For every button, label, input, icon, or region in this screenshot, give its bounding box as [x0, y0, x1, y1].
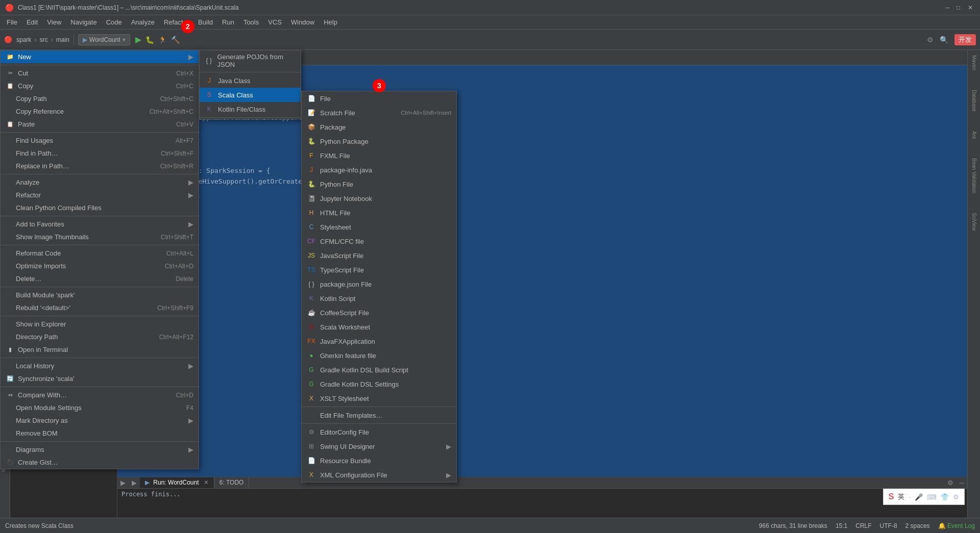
- ft-json[interactable]: { } package.json File: [302, 277, 456, 291]
- cursor-position[interactable]: 15:1: [836, 522, 847, 529]
- menu-analyze[interactable]: Analyze: [127, 16, 159, 28]
- ft-js[interactable]: JS JavaScript File: [302, 248, 456, 263]
- run-tab-close[interactable]: ✕: [204, 479, 209, 486]
- ft-scratch[interactable]: 📝 Scratch File Ctrl+Alt+Shift+Insert: [302, 106, 456, 120]
- menu-edit[interactable]: Edit: [22, 16, 42, 28]
- ft-kotlin-script[interactable]: K Kotlin Script: [302, 291, 456, 306]
- context-menu-local-history[interactable]: Local History ▶: [1, 360, 199, 372]
- close-button[interactable]: ✕: [968, 4, 975, 11]
- ft-css[interactable]: C Stylesheet: [302, 220, 456, 234]
- context-menu-analyze[interactable]: Analyze ▶: [1, 176, 199, 189]
- context-menu-mark-dir[interactable]: Mark Directory as ▶: [1, 414, 199, 427]
- ft-coffee[interactable]: ☕ CoffeeScript File: [302, 306, 456, 320]
- build-button[interactable]: 🔨: [171, 36, 180, 44]
- context-menu-open-terminal[interactable]: ▮ Open in Terminal: [1, 343, 199, 356]
- ft-file[interactable]: 📄 File: [302, 91, 456, 106]
- menu-code[interactable]: Code: [102, 16, 126, 28]
- context-menu-add-favorites[interactable]: Add to Favorites ▶: [1, 218, 199, 231]
- sidebar-database[interactable]: Database: [970, 87, 978, 114]
- sidebar-ant[interactable]: Ant: [970, 129, 978, 141]
- search-everywhere-button[interactable]: 🔍: [940, 36, 948, 44]
- context-menu-rebuild[interactable]: Rebuild '<default>' Ctrl+Shift+F9: [1, 301, 199, 314]
- context-menu-build-module[interactable]: Build Module 'spark': [1, 289, 199, 301]
- ft-xslt[interactable]: X XSLT Stylesheet: [302, 391, 456, 405]
- ft-gherkin[interactable]: ● Gherkin feature file: [302, 348, 456, 363]
- menu-help[interactable]: Help: [320, 16, 341, 28]
- settings-button[interactable]: ⚙: [927, 36, 934, 44]
- run-with-coverage-button[interactable]: 🏃: [158, 36, 167, 44]
- run-minimize-icon[interactable]: ─: [957, 477, 967, 488]
- menu-run[interactable]: Run: [218, 16, 238, 28]
- new-sub-scala-class[interactable]: S Scala Class: [200, 88, 301, 102]
- run-config-selector[interactable]: ▶ WordCount ▾: [78, 34, 130, 45]
- sidebar-bean-validation[interactable]: Bean Validation: [970, 156, 978, 196]
- ft-cfml[interactable]: CF CFML/CFC file: [302, 234, 456, 248]
- ft-fxml[interactable]: F FXML File: [302, 148, 456, 163]
- context-menu-find-in-path[interactable]: Find in Path… Ctrl+Shift+F: [1, 147, 199, 160]
- debug-button[interactable]: 🐛: [145, 36, 154, 44]
- context-menu-dir-path[interactable]: Directory Path Ctrl+Alt+F12: [1, 331, 199, 343]
- run-tab-wordcount[interactable]: ▶ Run: WordCount ✕: [140, 477, 214, 488]
- ft-jupyter[interactable]: 📓 Jupyter Notebook: [302, 191, 456, 206]
- ft-package-info[interactable]: J package-info.java: [302, 163, 456, 177]
- context-menu-diagrams[interactable]: Diagrams ▶: [1, 443, 199, 456]
- context-menu-copy-path[interactable]: Copy Path Ctrl+Shift+C: [1, 92, 199, 105]
- ft-javafx[interactable]: FX JavaFXApplication: [302, 334, 456, 348]
- menu-window[interactable]: Window: [287, 16, 318, 28]
- context-menu-optimize-imports[interactable]: Optimize Imports Ctrl+Alt+O: [1, 260, 199, 272]
- menu-view[interactable]: View: [43, 16, 65, 28]
- menu-tools[interactable]: Tools: [239, 16, 263, 28]
- kaifa-button[interactable]: 开发: [954, 34, 976, 45]
- context-menu-show-thumbs[interactable]: Show Image Thumbnails Ctrl+Shift+T: [1, 231, 199, 243]
- menu-file[interactable]: File: [3, 16, 21, 28]
- ft-swing[interactable]: ⊞ Swing UI Designer ▶: [302, 439, 456, 453]
- ime-mic-icon[interactable]: 🎤: [915, 493, 923, 501]
- run-button[interactable]: ▶: [135, 35, 141, 44]
- context-menu-copy-ref[interactable]: Copy Reference Ctrl+Alt+Shift+C: [1, 105, 199, 118]
- menu-build[interactable]: Build: [194, 16, 217, 28]
- sidebar-sciview[interactable]: SciView: [970, 210, 978, 233]
- ft-gradle-settings[interactable]: G Gradle Kotlin DSL Settings: [302, 377, 456, 391]
- encoding[interactable]: UTF-8: [880, 522, 897, 529]
- run-panel-arrow-right[interactable]: ▶: [129, 477, 140, 488]
- context-menu-replace-in-path[interactable]: Replace in Path… Ctrl+Shift+R: [1, 160, 199, 172]
- maximize-button[interactable]: □: [957, 4, 964, 11]
- context-menu-reformat[interactable]: Reformat Code Ctrl+Alt+L: [1, 247, 199, 260]
- context-menu-sync[interactable]: 🔄 Synchronize 'scala': [1, 372, 199, 385]
- context-menu-copy[interactable]: 📋 Copy Ctrl+C: [1, 80, 199, 92]
- run-tab-todo[interactable]: 6: TODO: [214, 477, 250, 488]
- ft-ts[interactable]: TS TypeScript File: [302, 263, 456, 277]
- context-menu-create-gist[interactable]: ⚫ Create Gist…: [1, 456, 199, 469]
- event-log-button[interactable]: 🔔 Event Log: [938, 522, 975, 529]
- context-menu-show-explorer[interactable]: Show in Explorer: [1, 318, 199, 331]
- new-sub-kotlin-class[interactable]: K Kotlin File/Class: [200, 102, 301, 116]
- menu-navigate[interactable]: Navigate: [66, 16, 101, 28]
- ft-python-package[interactable]: 🐍 Python Package: [302, 134, 456, 148]
- ft-edit-templates[interactable]: Edit File Templates…: [302, 408, 456, 422]
- run-settings-icon[interactable]: ⚙: [944, 477, 957, 488]
- new-sub-generate-pojos[interactable]: { } Generate POJOs from JSON: [200, 50, 301, 71]
- context-menu-find-usages[interactable]: Find Usages Alt+F7: [1, 134, 199, 147]
- ft-gradle-build[interactable]: G Gradle Kotlin DSL Build Script: [302, 363, 456, 377]
- ft-html[interactable]: H HTML File: [302, 206, 456, 220]
- ime-shirt-icon[interactable]: 👕: [941, 493, 949, 501]
- ime-settings-icon[interactable]: ⚙: [953, 493, 959, 501]
- context-menu-paste[interactable]: 📋 Paste Ctrl+V: [1, 118, 199, 131]
- sidebar-maven[interactable]: Maven: [970, 53, 978, 73]
- context-menu-clean-python[interactable]: Clean Python Compiled Files: [1, 201, 199, 214]
- minimize-button[interactable]: ─: [945, 4, 952, 11]
- ft-scala-worksheet[interactable]: S Scala Worksheet: [302, 320, 456, 334]
- context-menu-module-settings[interactable]: Open Module Settings F4: [1, 401, 199, 414]
- context-menu-delete[interactable]: Delete… Delete: [1, 272, 199, 285]
- ft-xml-config[interactable]: X XML Configuration File ▶: [302, 468, 456, 482]
- indentation[interactable]: 2 spaces: [905, 522, 930, 529]
- ft-editorconfig[interactable]: ⚙ EditorConfig File: [302, 425, 456, 439]
- context-menu-new[interactable]: 📁 New ▶: [1, 50, 199, 63]
- context-menu-remove-bom[interactable]: Remove BOM: [1, 427, 199, 440]
- ft-resource-bundle[interactable]: 📄 Resource Bundle: [302, 453, 456, 468]
- context-menu-cut[interactable]: ✂ Cut Ctrl+X: [1, 67, 199, 80]
- ft-package[interactable]: 📦 Package: [302, 120, 456, 134]
- ime-keyboard-icon[interactable]: ⌨: [927, 493, 937, 501]
- menu-vcs[interactable]: VCS: [264, 16, 286, 28]
- context-menu-compare[interactable]: ⇔ Compare With… Ctrl+D: [1, 389, 199, 401]
